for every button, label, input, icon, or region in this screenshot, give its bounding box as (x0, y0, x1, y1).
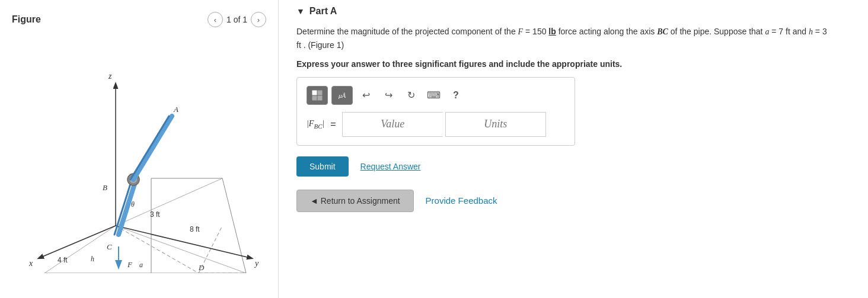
feedback-button[interactable]: Provide Feedback (426, 196, 497, 206)
figure-image-area: z x y A B C D F 3 ft (0, 36, 278, 285)
figure-nav: ‹ 1 of 1 › (208, 12, 266, 27)
matrix-button[interactable] (307, 86, 328, 105)
figure-label: Figure (12, 14, 41, 25)
figure-header: Figure ‹ 1 of 1 › (0, 6, 278, 33)
toolbar: μÅ ↩ ↪ ↻ ⌨ ? (307, 86, 565, 105)
svg-text:a: a (139, 261, 143, 269)
svg-text:h: h (91, 255, 94, 263)
input-row: |FBC| = (307, 112, 565, 137)
svg-text:8 ft: 8 ft (190, 225, 200, 233)
svg-text:4 ft: 4 ft (58, 256, 68, 264)
return-button[interactable]: ◄ Return to Assignment (296, 190, 414, 212)
part-header: ▼ Part A (296, 6, 850, 17)
svg-text:z: z (108, 72, 112, 81)
matrix-icon (312, 90, 323, 101)
svg-rect-0 (15, 48, 264, 273)
problem-text: Determine the magnitude of the projected… (296, 25, 830, 52)
mu-button[interactable]: μÅ (331, 86, 353, 105)
action-row: Submit Request Answer (296, 156, 850, 177)
svg-rect-41 (318, 96, 322, 100)
units-input[interactable] (445, 112, 546, 137)
svg-rect-38 (312, 91, 317, 95)
next-figure-button[interactable]: › (251, 12, 266, 27)
page-indicator: 1 of 1 (226, 15, 247, 24)
left-panel: Figure ‹ 1 of 1 › (0, 0, 279, 298)
refresh-button[interactable]: ↻ (401, 86, 420, 105)
prev-figure-button[interactable]: ‹ (208, 12, 223, 27)
mu-icon: μÅ (339, 92, 346, 99)
keyboard-button[interactable]: ⌨ (424, 86, 443, 105)
math-F: F (518, 27, 524, 36)
part-title: Part A (309, 6, 337, 17)
value-input[interactable] (342, 112, 443, 137)
math-BC: BC (657, 27, 668, 36)
redo-button[interactable]: ↪ (379, 86, 398, 105)
express-text: Express your answer to three significant… (296, 59, 850, 69)
undo-button[interactable]: ↩ (356, 86, 375, 105)
svg-rect-40 (312, 96, 317, 100)
request-answer-button[interactable]: Request Answer (360, 162, 421, 171)
math-h: h (809, 27, 813, 36)
svg-text:3 ft: 3 ft (150, 210, 160, 219)
svg-text:C: C (107, 242, 112, 251)
submit-button[interactable]: Submit (296, 156, 349, 177)
input-label: |FBC| (307, 119, 324, 130)
figure-svg: z x y A B C D F 3 ft (15, 48, 264, 273)
svg-text:A: A (173, 105, 178, 114)
svg-rect-39 (318, 91, 322, 95)
svg-text:θ: θ (131, 200, 135, 209)
equals-sign: = (330, 119, 336, 130)
svg-text:y: y (254, 259, 259, 268)
svg-text:x: x (28, 259, 33, 268)
force-unit: lb (548, 27, 556, 36)
right-panel: ▼ Part A Determine the magnitude of the … (279, 0, 868, 298)
svg-text:D: D (198, 263, 205, 272)
svg-text:B: B (103, 183, 107, 192)
math-a: a (765, 27, 769, 36)
answer-box: μÅ ↩ ↪ ↻ ⌨ ? |FBC| = (296, 77, 575, 146)
svg-text:F: F (127, 260, 133, 269)
help-button[interactable]: ? (446, 86, 465, 105)
collapse-icon[interactable]: ▼ (296, 7, 305, 16)
bottom-row: ◄ Return to Assignment Provide Feedback (296, 190, 850, 212)
